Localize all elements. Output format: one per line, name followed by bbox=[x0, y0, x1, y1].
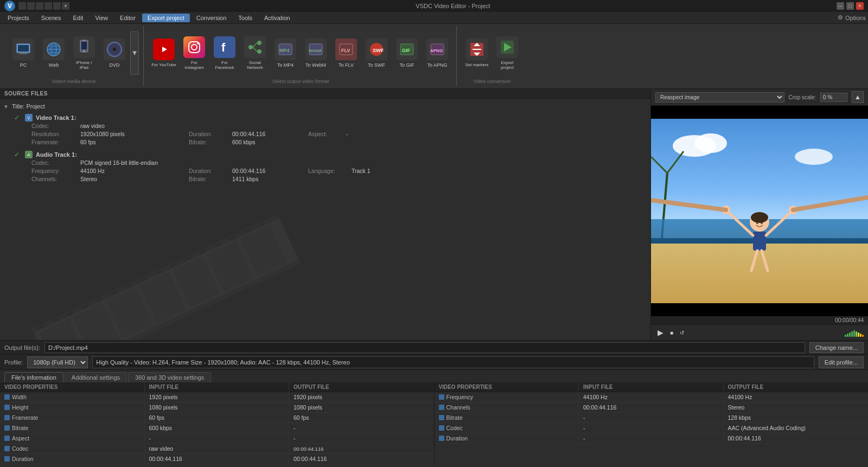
codec-value-v: raw video bbox=[80, 123, 189, 129]
menu-conversion[interactable]: Conversion bbox=[191, 14, 232, 22]
toolbar-set-markers-button[interactable]: Set markers bbox=[462, 29, 492, 78]
aspect-output: - bbox=[289, 433, 434, 443]
menu-projects[interactable]: Projects bbox=[2, 14, 35, 22]
loop-button[interactable]: ↺ bbox=[678, 329, 686, 337]
output-file-input[interactable] bbox=[44, 342, 805, 353]
toolbar-youtube-button[interactable]: For YouTube bbox=[149, 29, 178, 78]
toolbar-icon-1[interactable] bbox=[18, 2, 26, 10]
toolbar-icon-5[interactable] bbox=[53, 2, 61, 10]
stop-button[interactable]: ■ bbox=[668, 329, 675, 337]
preview-panel: Reaspect image Crop scale: ▲ bbox=[651, 89, 868, 340]
menu-activation[interactable]: Activation bbox=[259, 14, 296, 22]
video-check-icon: ✓ bbox=[14, 114, 20, 121]
svg-text:GIF: GIF bbox=[402, 48, 411, 53]
height-prop: Height bbox=[0, 402, 145, 412]
duration-output: 00:00:44.116 bbox=[289, 454, 434, 464]
svg-text:FLV: FLV bbox=[341, 48, 350, 53]
svg-point-25 bbox=[257, 49, 261, 54]
toolbar-webm-button[interactable]: WebM To WebM bbox=[301, 29, 330, 78]
svg-line-26 bbox=[253, 43, 257, 47]
channels-label: Channels: bbox=[31, 176, 80, 182]
instagram-label: For Instagram bbox=[182, 60, 207, 70]
video-properties-col: VIDEO PROPERTIES bbox=[0, 382, 145, 392]
toolbar-dvd-button[interactable]: DVD bbox=[100, 29, 129, 78]
toolbar-swf-button[interactable]: SWF To SWF bbox=[362, 29, 391, 78]
menu-tools[interactable]: Tools bbox=[233, 14, 258, 22]
edit-profile-button[interactable]: Edit profile... bbox=[819, 356, 864, 368]
toolbar-mp4-button[interactable]: MP4 To MP4 bbox=[271, 29, 300, 78]
language-value: Track 1 bbox=[352, 168, 417, 174]
menu-scenes[interactable]: Scenes bbox=[36, 14, 67, 22]
mp4-label: To MP4 bbox=[277, 62, 294, 68]
crop-scale-input[interactable] bbox=[820, 93, 847, 102]
svg-point-83 bbox=[751, 212, 768, 223]
reaspect-select[interactable]: Reaspect image bbox=[655, 92, 784, 103]
menu-export-project[interactable]: Export project bbox=[142, 14, 190, 22]
audio-track-name: Audio Track 1: bbox=[36, 151, 77, 158]
video-track-icon: V bbox=[25, 114, 33, 121]
toolbar-gif-button[interactable]: GIF To GIF bbox=[392, 29, 422, 78]
source-files-header: SOURCE FILES bbox=[0, 89, 650, 99]
change-name-button[interactable]: Change name... bbox=[809, 342, 864, 353]
tab-360-3d[interactable]: 360 and 3D video settings bbox=[128, 372, 211, 382]
toolbar-icon-2[interactable] bbox=[27, 2, 35, 10]
tab-file-info[interactable]: File's information bbox=[4, 372, 63, 382]
codec-value-a: PCM signed 16-bit little-endian bbox=[80, 159, 189, 166]
a-duration-output: 00:00:44.116 bbox=[724, 433, 869, 443]
filmstrip-decoration bbox=[3, 215, 647, 340]
frequency-prop: Frequency bbox=[435, 392, 579, 402]
media-dropdown-button[interactable]: ▼ bbox=[130, 31, 139, 75]
tabs-bar: File's information Additional settings 3… bbox=[0, 369, 868, 382]
social-label: Social Network bbox=[242, 60, 267, 70]
profile-select[interactable]: 1080p (Full HD) bbox=[27, 356, 88, 368]
bitrate-output: - bbox=[289, 423, 434, 433]
play-button[interactable]: ▶ bbox=[655, 327, 666, 338]
toolbar-iphone-button[interactable]: iPhone / iPad bbox=[69, 29, 99, 78]
toolbar-apng-button[interactable]: APNG To APNG bbox=[423, 29, 452, 78]
video-props-half: VIDEO PROPERTIES INPUT FILE OUTPUT FILE … bbox=[0, 382, 435, 467]
codec-output: 00:00:44.116 bbox=[289, 444, 434, 453]
export-project-label: Export project bbox=[495, 60, 520, 70]
tab-additional[interactable]: Additional settings bbox=[65, 372, 127, 382]
profile-desc-input[interactable] bbox=[92, 356, 814, 368]
a-bitrate-output: 128 kbps bbox=[724, 413, 869, 423]
options-label[interactable]: Options bbox=[845, 15, 866, 21]
toolbar-social-button[interactable]: Social Network bbox=[240, 29, 270, 78]
toolbar-flv-button[interactable]: FLV To FLV bbox=[331, 29, 361, 78]
audio-props-half: VIDEO PROPERTIES INPUT FILE OUTPUT FILE … bbox=[435, 382, 869, 467]
duration-value-v: 00:00:44.116 bbox=[232, 131, 308, 137]
channels-value: Stereo bbox=[80, 176, 189, 182]
close-button[interactable]: ✕ bbox=[856, 2, 864, 10]
project-tree-item[interactable]: ▼ Title: Project bbox=[3, 102, 647, 111]
toolbar-pc-button[interactable]: PC bbox=[9, 29, 38, 78]
toolbar-facebook-button[interactable]: f For Facebook bbox=[210, 29, 239, 78]
height-input: 1080 pixels bbox=[145, 402, 290, 412]
apng-label: To APNG bbox=[427, 62, 447, 68]
toolbar-instagram-button[interactable]: For Instagram bbox=[180, 29, 209, 78]
table-row: Codec - AAC (Advanced Audio Coding) bbox=[435, 423, 869, 433]
toolbar-web-button[interactable]: Web bbox=[39, 29, 68, 78]
menu-editor[interactable]: Editor bbox=[114, 14, 141, 22]
webm-label: To WebM bbox=[305, 62, 326, 68]
main-area: SOURCE FILES ▼ Title: Project ✓ V Video … bbox=[0, 89, 868, 340]
minimize-button[interactable]: ─ bbox=[837, 2, 844, 10]
audio-properties-col: VIDEO PROPERTIES bbox=[435, 382, 579, 392]
menu-edit[interactable]: Edit bbox=[67, 14, 88, 22]
toolbar-icon-3[interactable] bbox=[36, 2, 43, 10]
audio-input-col: INPUT FILE bbox=[579, 382, 724, 392]
window-title: VSDC Video Editor - Project bbox=[69, 3, 837, 9]
toolbar-icon-4[interactable] bbox=[44, 2, 52, 10]
toolbar-export-project-button[interactable]: Export project bbox=[493, 29, 522, 78]
framerate-label: Framerate: bbox=[31, 139, 80, 145]
toolbar-dropdown[interactable]: ▼ bbox=[62, 2, 69, 10]
output-bar: Output file(s): Change name... bbox=[0, 340, 868, 354]
crop-increment-button[interactable]: ▲ bbox=[852, 91, 864, 103]
preview-controls: ▶ ■ ↺ bbox=[651, 324, 868, 340]
duration-input: 00:00:44.116 bbox=[145, 454, 290, 464]
codec-prop: Codec bbox=[0, 444, 145, 453]
channels-prop: Channels bbox=[435, 402, 579, 412]
maximize-button[interactable]: □ bbox=[846, 2, 854, 10]
framerate-value: 60 fps bbox=[80, 139, 189, 145]
menu-view[interactable]: View bbox=[90, 14, 113, 22]
audio-check-icon: ✓ bbox=[14, 151, 20, 158]
